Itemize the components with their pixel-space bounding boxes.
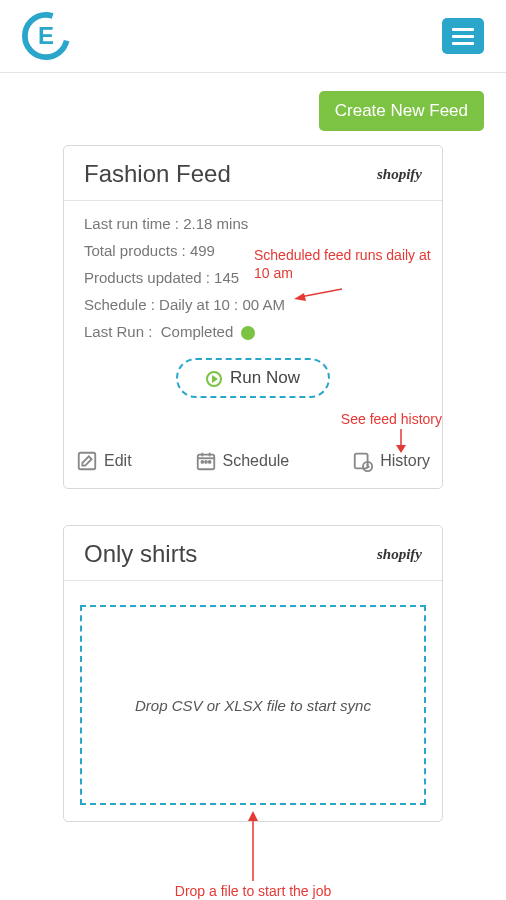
stat-last-run-status: Last Run : Completed (84, 323, 422, 340)
dropzone-text: Drop CSV or XLSX file to start sync (115, 697, 391, 714)
platform-badge: shopify (377, 546, 422, 563)
history-icon (352, 450, 374, 472)
svg-point-13 (208, 461, 210, 463)
app-header: E (0, 0, 506, 73)
annotation-dropzone: Drop a file to start the job (175, 883, 331, 899)
stat-schedule: Schedule : Daily at 10 : 00 AM (84, 296, 422, 313)
svg-point-12 (205, 461, 207, 463)
calendar-icon (195, 450, 217, 472)
edit-label: Edit (104, 452, 132, 470)
feed-card-fashion: Fashion Feed shopify Last run time : 2.1… (63, 145, 443, 489)
svg-point-11 (201, 461, 203, 463)
play-icon (206, 371, 222, 387)
edit-icon (76, 450, 98, 472)
svg-marker-17 (248, 811, 258, 821)
svg-text:E: E (38, 22, 54, 49)
app-logo: E (22, 12, 70, 60)
create-new-feed-button[interactable]: Create New Feed (319, 91, 484, 131)
file-dropzone[interactable]: Drop CSV or XLSX file to start sync (80, 605, 426, 805)
platform-badge: shopify (377, 166, 422, 183)
stat-products-updated: Products updated : 145 (84, 269, 422, 286)
main-content: Create New Feed Fashion Feed shopify Las… (0, 73, 506, 822)
status-indicator-icon (241, 326, 255, 340)
svg-rect-14 (355, 454, 368, 469)
menu-button[interactable] (442, 18, 484, 54)
run-now-button[interactable]: Run Now (176, 358, 330, 398)
feed-title: Fashion Feed (84, 160, 231, 188)
svg-rect-6 (79, 453, 96, 470)
annotation-arrow-icon (246, 811, 260, 881)
stat-total-products: Total products : 499 (84, 242, 422, 259)
history-label: History (380, 452, 430, 470)
feed-title: Only shirts (84, 540, 197, 568)
schedule-label: Schedule (223, 452, 290, 470)
feed-stats: Last run time : 2.18 mins Total products… (84, 215, 422, 340)
history-button[interactable]: History (352, 450, 430, 472)
stat-last-run-time: Last run time : 2.18 mins (84, 215, 422, 232)
feed-card-only-shirts: Only shirts shopify Drop CSV or XLSX fil… (63, 525, 443, 822)
annotation-history: See feed history (341, 411, 442, 427)
edit-button[interactable]: Edit (76, 450, 132, 472)
schedule-button[interactable]: Schedule (195, 450, 290, 472)
